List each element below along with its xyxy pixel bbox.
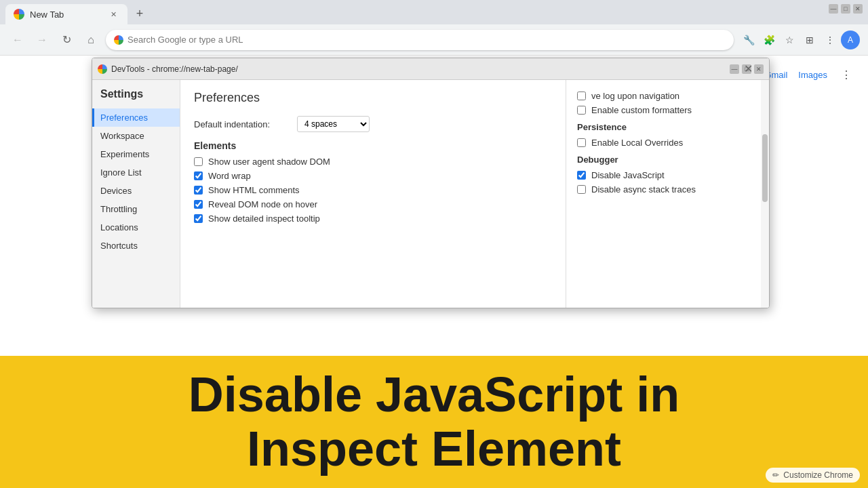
devtools-favicon [98, 64, 107, 74]
show-user-agent-label: Show user agent shadow DOM [208, 157, 330, 167]
debugger-section-title: Debugger [577, 155, 758, 165]
refresh-button[interactable]: ↻ [57, 30, 76, 49]
banner-line2: Inspect Element [189, 422, 679, 476]
devtools-window: DevTools - chrome://new-tab-page/ — □ ✕ … [92, 58, 770, 308]
indentation-select[interactable]: 4 spaces 2 spaces 8 spaces Tab character [297, 116, 370, 132]
devtools-minimize[interactable]: — [730, 64, 739, 74]
preserve-log-checkbox[interactable] [577, 92, 586, 100]
omnibox-text: Search Google or type a URL [127, 35, 243, 45]
right-panel: ve log upon navigation Enable custom for… [566, 80, 769, 308]
elements-section-title: Elements [194, 140, 552, 151]
tab-title: New Tab [30, 9, 64, 20]
window-controls: — □ ✕ [829, 4, 863, 14]
show-html-comments-row: Show HTML comments [194, 185, 552, 195]
images-link[interactable]: Images [798, 70, 827, 80]
disable-js-row: Disable JavaScript [577, 170, 758, 180]
banner-text: Disable JavaScript in Inspect Element [189, 368, 679, 475]
sidebar-item-devices[interactable]: Devices [92, 182, 180, 200]
sidebar-item-ignore-list[interactable]: Ignore List [92, 163, 180, 182]
scrollbar-track [761, 80, 769, 308]
minimize-button[interactable]: — [829, 4, 838, 14]
disable-js-label: Disable JavaScript [591, 170, 665, 180]
word-wrap-checkbox[interactable] [194, 171, 203, 180]
sidebar-item-shortcuts[interactable]: Shortcuts [92, 237, 180, 255]
show-inspect-tooltip-label: Show detailed inspect tooltip [208, 214, 320, 224]
page-area: Gmail Images ⋮ Disable JavaScript in Ins… [0, 56, 868, 488]
enable-local-overrides-row: Enable Local Overrides [577, 138, 758, 148]
disable-async-label: Disable async stack traces [591, 184, 696, 195]
disable-js-checkbox[interactable] [577, 171, 586, 180]
back-button[interactable]: ← [8, 30, 27, 49]
show-user-agent-checkbox[interactable] [194, 157, 203, 166]
disable-async-row: Disable async stack traces [577, 184, 758, 195]
new-tab-button[interactable]: + [130, 4, 149, 23]
show-inspect-tooltip-checkbox[interactable] [194, 214, 203, 223]
show-html-comments-checkbox[interactable] [194, 186, 203, 195]
enable-formatters-checkbox[interactable] [577, 106, 586, 115]
toolbar-icons: 🔧 🧩 ☆ ⊞ ⋮ A [739, 30, 860, 49]
browser-tab[interactable]: New Tab ✕ [5, 4, 127, 24]
disable-async-checkbox[interactable] [577, 185, 586, 194]
menu-icon[interactable]: ⋮ [821, 30, 840, 49]
browser-frame: New Tab ✕ + — □ ✕ ← → ↻ ⌂ Search Google … [0, 0, 868, 488]
forward-button[interactable]: → [33, 30, 52, 49]
profile-extension-icon[interactable]: ⊞ [800, 30, 819, 49]
prefs-title: Preferences [194, 91, 552, 105]
word-wrap-row: Word wrap [194, 171, 552, 181]
devtools-icon[interactable]: 🔧 [739, 30, 758, 49]
reveal-dom-row: Reveal DOM node on hover [194, 199, 552, 209]
profile-icon[interactable]: A [841, 30, 860, 49]
persistence-section-title: Persistence [577, 122, 758, 132]
title-bar: New Tab ✕ + — □ ✕ [0, 0, 868, 24]
reveal-dom-label: Reveal DOM node on hover [208, 199, 317, 209]
show-user-agent-row: Show user agent shadow DOM [194, 157, 552, 167]
omnibox-favicon [114, 35, 123, 45]
maximize-button[interactable]: □ [841, 4, 850, 14]
sidebar-item-workspace[interactable]: Workspace [92, 127, 180, 145]
devtools-close[interactable]: ✕ [754, 64, 764, 74]
preserve-log-label: ve log upon navigation [591, 91, 679, 101]
tab-close-button[interactable]: ✕ [107, 8, 119, 20]
enable-formatters-label: Enable custom formatters [591, 105, 692, 115]
settings-close-button[interactable]: ✕ [744, 62, 753, 75]
extensions-icon[interactable]: 🧩 [760, 30, 778, 49]
top-links: Gmail Images ⋮ [764, 66, 854, 83]
address-bar[interactable]: Search Google or type a URL [106, 30, 734, 50]
yellow-banner: Disable JavaScript in Inspect Element [0, 356, 868, 488]
sidebar-item-locations[interactable]: Locations [92, 218, 180, 237]
reveal-dom-checkbox[interactable] [194, 200, 203, 209]
sidebar-item-experiments[interactable]: Experiments [92, 145, 180, 163]
customize-icon: ✏ [772, 470, 779, 480]
close-window-button[interactable]: ✕ [853, 4, 863, 14]
google-apps-button[interactable]: ⋮ [838, 66, 854, 83]
settings-title: Settings [92, 88, 180, 108]
banner-line1: Disable JavaScript in [189, 368, 679, 422]
customize-chrome-button[interactable]: ✏ Customize Chrome [766, 468, 860, 483]
prefs-panel: Preferences Default indentation: 4 space… [180, 80, 566, 308]
customize-label: Customize Chrome [783, 470, 853, 480]
sidebar-item-preferences[interactable]: Preferences [92, 108, 180, 127]
enable-local-overrides-checkbox[interactable] [577, 138, 586, 147]
preserve-log-row: ve log upon navigation [577, 91, 758, 101]
tab-favicon [14, 9, 24, 20]
indentation-row: Default indentation: 4 spaces 2 spaces 8… [194, 116, 552, 132]
scrollbar-thumb[interactable] [762, 134, 768, 202]
sidebar-item-throttling[interactable]: Throttling [92, 200, 180, 218]
devtools-content: Settings Preferences Workspace Experimen… [92, 80, 769, 308]
home-button[interactable]: ⌂ [81, 30, 100, 49]
devtools-sidebar: Settings Preferences Workspace Experimen… [92, 80, 180, 308]
bookmark-icon[interactable]: ☆ [780, 30, 799, 49]
devtools-titlebar: DevTools - chrome://new-tab-page/ — □ ✕ [92, 58, 769, 80]
enable-local-overrides-label: Enable Local Overrides [591, 138, 683, 148]
indentation-label: Default indentation: [194, 119, 289, 129]
word-wrap-label: Word wrap [208, 171, 251, 181]
enable-formatters-row: Enable custom formatters [577, 105, 758, 115]
omnibox-bar: ← → ↻ ⌂ Search Google or type a URL 🔧 🧩 … [0, 24, 868, 56]
show-inspect-tooltip-row: Show detailed inspect tooltip [194, 214, 552, 224]
show-html-comments-label: Show HTML comments [208, 185, 300, 195]
devtools-title: DevTools - chrome://new-tab-page/ [111, 64, 730, 74]
